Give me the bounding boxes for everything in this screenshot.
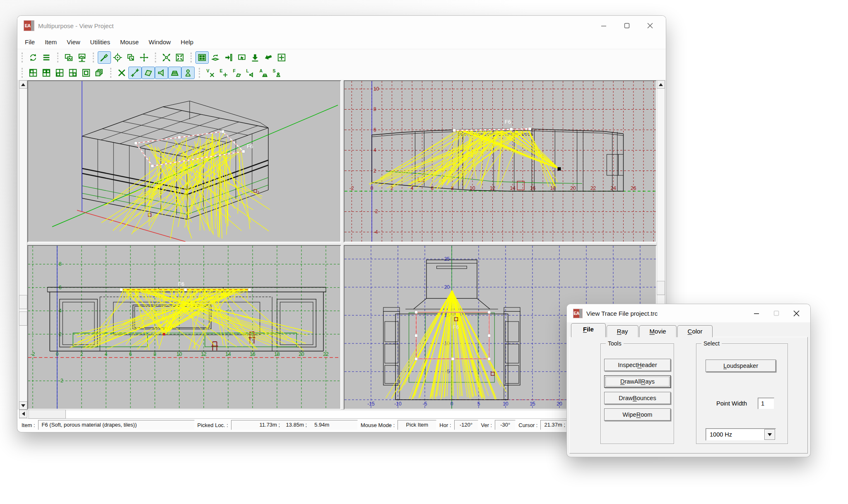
zoom-in-icon[interactable] bbox=[173, 51, 186, 64]
toolbar-grip-icon[interactable] bbox=[22, 53, 24, 62]
main-titlebar[interactable]: EA Multipurpose - View Project bbox=[17, 16, 666, 36]
center-view-icon[interactable] bbox=[111, 51, 124, 64]
dialog-titlebar[interactable]: EA View Trace File project.trc bbox=[567, 304, 810, 322]
svg-text:-2: -2 bbox=[373, 209, 378, 214]
viewport-3d[interactable]: 1F6 bbox=[27, 80, 341, 242]
menu-lines-icon[interactable] bbox=[40, 51, 53, 64]
toolbar-grip-icon[interactable] bbox=[22, 68, 24, 78]
layers-icon[interactable] bbox=[93, 67, 106, 79]
menu-item-view[interactable]: View bbox=[62, 36, 85, 48]
select-region-icon[interactable] bbox=[235, 51, 248, 64]
back-view-icon[interactable] bbox=[262, 51, 275, 64]
viewport-section[interactable]: -202468101214161820228642-2F6 bbox=[27, 245, 341, 410]
wipe-room-button[interactable]: Wipe Room bbox=[604, 408, 671, 421]
menu-item-help[interactable]: Help bbox=[176, 36, 198, 48]
svg-text:-4: -4 bbox=[373, 229, 378, 235]
vertex-tool-icon[interactable] bbox=[128, 67, 142, 79]
copy-view-icon[interactable] bbox=[124, 51, 137, 64]
scroll-thumb[interactable] bbox=[29, 410, 66, 419]
maximize-button[interactable] bbox=[615, 18, 638, 34]
toolbar-grip-icon[interactable] bbox=[57, 53, 59, 62]
pane-layout-center-icon[interactable] bbox=[80, 67, 93, 79]
delete-x-icon[interactable] bbox=[115, 67, 128, 79]
walk-view-icon[interactable] bbox=[222, 51, 235, 64]
plane-tool-icon[interactable] bbox=[142, 67, 155, 79]
point-width-input[interactable] bbox=[758, 398, 774, 409]
left-scrollbar[interactable] bbox=[19, 80, 27, 410]
toolbar-layers: VEFLAS bbox=[17, 65, 666, 80]
toolbar-grip-icon[interactable] bbox=[199, 68, 201, 78]
head-tool-icon[interactable] bbox=[181, 67, 195, 79]
save-image-icon[interactable] bbox=[75, 51, 89, 64]
menu-item-item[interactable]: Item bbox=[40, 36, 62, 48]
save-view-icon[interactable] bbox=[248, 51, 262, 64]
render-view-icon[interactable] bbox=[62, 51, 75, 64]
svg-text:A: A bbox=[259, 68, 263, 73]
rotate-view-icon[interactable] bbox=[209, 51, 222, 64]
svg-text:0: 0 bbox=[56, 351, 59, 357]
fit-view-icon[interactable] bbox=[275, 51, 288, 64]
svg-text:25: 25 bbox=[444, 256, 450, 262]
dialog-minimize-button[interactable] bbox=[747, 306, 766, 320]
minimize-button[interactable] bbox=[592, 18, 615, 34]
pick-tool-icon[interactable] bbox=[98, 51, 111, 64]
frequency-dropdown[interactable]: 1000 Hz bbox=[706, 428, 776, 441]
dialog-close-button[interactable] bbox=[786, 306, 806, 320]
show-audience-icon[interactable]: A bbox=[257, 67, 270, 79]
four-pane-icon[interactable] bbox=[195, 51, 209, 64]
scroll-up-button[interactable] bbox=[19, 80, 27, 89]
svg-text:-15: -15 bbox=[367, 401, 375, 407]
pane-layout-br-icon[interactable] bbox=[66, 67, 80, 79]
status-hor-value: -120° bbox=[454, 420, 478, 430]
menu-item-mouse[interactable]: Mouse bbox=[115, 36, 144, 48]
scroll-left-button[interactable] bbox=[19, 410, 27, 418]
dropdown-arrow-icon[interactable] bbox=[764, 429, 775, 440]
show-vertices-icon[interactable]: V bbox=[204, 67, 217, 79]
show-sources-icon[interactable]: L bbox=[243, 67, 257, 79]
viewport-side[interactable]: -202468101214161820222426108642-2-41F6 bbox=[344, 80, 657, 242]
menu-item-window[interactable]: Window bbox=[144, 36, 176, 48]
pan-tool-icon[interactable] bbox=[137, 51, 151, 64]
source-tool-icon[interactable] bbox=[155, 67, 168, 79]
show-planes-icon[interactable]: F bbox=[230, 67, 243, 79]
close-button[interactable] bbox=[638, 18, 662, 34]
tab-movie[interactable]: Movie bbox=[639, 325, 677, 337]
svg-text:8: 8 bbox=[154, 351, 157, 357]
scroll-thumb[interactable] bbox=[657, 281, 665, 295]
svg-text:10: 10 bbox=[373, 86, 379, 92]
svg-text:14: 14 bbox=[225, 351, 231, 357]
svg-text:8: 8 bbox=[373, 106, 376, 112]
status-hor-label: Hor : bbox=[439, 422, 451, 428]
menu-item-file[interactable]: File bbox=[20, 36, 40, 48]
tab-ray[interactable]: Ray bbox=[607, 325, 638, 337]
toolbar-group bbox=[22, 51, 53, 64]
toolbar-group: VEFLAS bbox=[199, 67, 283, 79]
show-edges-icon[interactable]: E bbox=[217, 67, 230, 79]
tab-file[interactable]: File bbox=[571, 323, 606, 337]
pane-layout-bl-icon[interactable] bbox=[53, 67, 66, 79]
scroll-down-button[interactable] bbox=[19, 401, 27, 410]
draw-bounces-button[interactable]: Draw Bounces bbox=[604, 392, 671, 404]
audience-tool-icon[interactable] bbox=[168, 67, 181, 79]
toolbar-grip-icon[interactable] bbox=[93, 53, 95, 62]
pane-layout-tl-icon[interactable] bbox=[26, 67, 40, 79]
svg-text:-2: -2 bbox=[59, 378, 63, 384]
refresh-icon[interactable] bbox=[26, 51, 40, 64]
svg-text:20: 20 bbox=[570, 185, 576, 191]
inspect-header-button[interactable]: Inspect Header bbox=[604, 359, 671, 371]
loudspeaker-button[interactable]: Loudspeaker bbox=[706, 360, 776, 372]
status-ver-label: Ver : bbox=[481, 422, 492, 428]
toolbar-grip-icon[interactable] bbox=[110, 68, 112, 78]
toolbar-grip-icon[interactable] bbox=[190, 53, 193, 62]
scroll-thumb[interactable] bbox=[19, 295, 27, 309]
scroll-up-button[interactable] bbox=[657, 80, 665, 89]
show-heads-icon[interactable]: S bbox=[270, 67, 283, 79]
pane-layout-top-icon[interactable] bbox=[40, 67, 53, 79]
zoom-out-icon[interactable] bbox=[160, 51, 173, 64]
scroll-thumb[interactable] bbox=[19, 312, 27, 326]
draw-all-rays-button[interactable]: Draw All Rays bbox=[604, 375, 671, 388]
tab-color[interactable]: Color bbox=[677, 325, 713, 337]
toolbar-grip-icon[interactable] bbox=[155, 53, 157, 62]
menu-bar: FileItemViewUtilitiesMouseWindowHelp bbox=[17, 36, 666, 49]
menu-item-utilities[interactable]: Utilities bbox=[85, 36, 115, 48]
